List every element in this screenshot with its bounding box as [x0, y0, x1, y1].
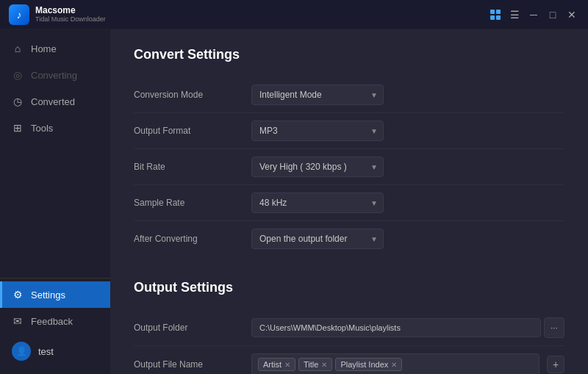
- bit-rate-control: Very High ( 320 kbps ) High ( 256 kbps )…: [251, 157, 564, 177]
- after-converting-select[interactable]: Open the output folder Do Nothing Shut D…: [251, 229, 384, 249]
- app-icon: ♪: [9, 4, 29, 25]
- after-converting-control: Open the output folder Do Nothing Shut D…: [251, 229, 564, 249]
- output-filename-label: Output File Name: [134, 359, 251, 370]
- tag-playlist-index: Playlist Index ✕: [335, 358, 402, 371]
- minimize-button[interactable]: ─: [526, 7, 541, 22]
- sidebar-item-feedback[interactable]: ✉ Feedback: [0, 308, 110, 334]
- grid-view-button[interactable]: [488, 7, 503, 22]
- add-tag-button[interactable]: +: [547, 356, 564, 373]
- bit-rate-label: Bit Rate: [134, 162, 251, 172]
- user-profile[interactable]: 👤 test: [0, 334, 110, 368]
- restore-button[interactable]: □: [545, 7, 560, 22]
- app-branding: ♪ Macsome Tidal Music Downloader: [9, 4, 106, 25]
- conversion-mode-control: Intelligent Mode Normal Mode ▼: [251, 84, 564, 105]
- user-avatar: 👤: [12, 342, 31, 361]
- output-folder-row: Output Folder ···: [134, 310, 564, 346]
- sidebar-item-settings[interactable]: ⚙ Settings: [0, 281, 110, 308]
- converting-icon: ◎: [12, 69, 24, 81]
- output-format-label: Output Format: [134, 126, 251, 136]
- folder-input-wrap: ···: [251, 317, 564, 338]
- sidebar-item-home[interactable]: ⌂ Home: [0, 35, 110, 62]
- sidebar-item-tools-label: Tools: [31, 123, 53, 134]
- sample-rate-row: Sample Rate 48 kHz 44.1 kHz 96 kHz ▼: [134, 185, 564, 221]
- sidebar-item-settings-label: Settings: [31, 290, 65, 301]
- output-folder-input[interactable]: [251, 318, 541, 337]
- app-title-block: Macsome Tidal Music Downloader: [35, 5, 106, 24]
- sidebar-item-tools[interactable]: ⊞ Tools: [0, 115, 110, 141]
- bit-rate-select[interactable]: Very High ( 320 kbps ) High ( 256 kbps )…: [251, 157, 384, 177]
- output-format-select[interactable]: MP3 AAC FLAC WAV: [251, 121, 384, 141]
- output-format-row: Output Format MP3 AAC FLAC WAV ▼: [134, 113, 564, 149]
- sidebar-item-converted-label: Converted: [31, 96, 75, 107]
- sidebar: ⌂ Home ◎ Converting ◷ Converted ⊞ Tools …: [0, 29, 110, 374]
- after-converting-row: After Converting Open the output folder …: [134, 221, 564, 256]
- output-folder-control: ···: [251, 317, 564, 338]
- remove-artist-tag[interactable]: ✕: [284, 361, 290, 369]
- grid-icon: [490, 10, 501, 20]
- app-subtitle: Tidal Music Downloader: [35, 15, 106, 24]
- browse-folder-button[interactable]: ···: [544, 317, 564, 338]
- after-converting-label: After Converting: [134, 234, 251, 244]
- sidebar-bottom: ⚙ Settings ✉ Feedback 👤 test: [0, 278, 110, 368]
- sidebar-item-converting: ◎ Converting: [0, 62, 110, 88]
- output-filename-row: Output File Name Artist ✕ Title ✕ Playli…: [134, 346, 564, 374]
- converted-icon: ◷: [12, 96, 24, 107]
- bit-rate-select-wrap: Very High ( 320 kbps ) High ( 256 kbps )…: [251, 157, 384, 177]
- window-controls: ☰ ─ □ ✕: [488, 7, 579, 22]
- main-content: Convert Settings Conversion Mode Intelli…: [110, 29, 588, 374]
- output-format-control: MP3 AAC FLAC WAV ▼: [251, 121, 564, 141]
- convert-settings-table: Conversion Mode Intelligent Mode Normal …: [134, 77, 564, 256]
- feedback-icon: ✉: [12, 315, 24, 327]
- after-converting-select-wrap: Open the output folder Do Nothing Shut D…: [251, 229, 384, 249]
- tag-input-wrap: Artist ✕ Title ✕ Playlist Index ✕: [251, 353, 539, 374]
- title-bar: ♪ Macsome Tidal Music Downloader ☰ ─ □ ✕: [0, 0, 588, 29]
- conversion-mode-label: Conversion Mode: [134, 90, 251, 100]
- output-format-select-wrap: MP3 AAC FLAC WAV ▼: [251, 121, 384, 141]
- settings-icon: ⚙: [12, 289, 24, 301]
- conversion-mode-row: Conversion Mode Intelligent Mode Normal …: [134, 77, 564, 113]
- close-button[interactable]: ✕: [564, 7, 579, 22]
- convert-settings-title: Convert Settings: [134, 47, 564, 62]
- sidebar-item-converted[interactable]: ◷ Converted: [0, 88, 110, 115]
- remove-playlist-index-tag[interactable]: ✕: [391, 361, 397, 369]
- tag-title: Title ✕: [298, 358, 332, 371]
- conversion-mode-select-wrap: Intelligent Mode Normal Mode ▼: [251, 84, 384, 105]
- sample-rate-select[interactable]: 48 kHz 44.1 kHz 96 kHz: [251, 193, 384, 213]
- sample-rate-label: Sample Rate: [134, 198, 251, 208]
- output-folder-label: Output Folder: [134, 323, 251, 333]
- sidebar-item-converting-label: Converting: [31, 70, 77, 81]
- sample-rate-control: 48 kHz 44.1 kHz 96 kHz ▼: [251, 193, 564, 213]
- user-name: test: [38, 346, 54, 357]
- remove-title-tag[interactable]: ✕: [321, 361, 327, 369]
- menu-button[interactable]: ☰: [507, 7, 522, 22]
- tools-icon: ⊞: [12, 122, 24, 134]
- sidebar-item-feedback-label: Feedback: [31, 316, 73, 327]
- output-filename-control: Artist ✕ Title ✕ Playlist Index ✕ +: [251, 353, 564, 374]
- main-layout: ⌂ Home ◎ Converting ◷ Converted ⊞ Tools …: [0, 29, 588, 374]
- tag-artist: Artist ✕: [258, 358, 295, 371]
- sidebar-item-home-label: Home: [31, 43, 57, 54]
- output-settings-table: Output Folder ··· Output File Name Artis…: [134, 310, 564, 374]
- bit-rate-row: Bit Rate Very High ( 320 kbps ) High ( 2…: [134, 149, 564, 185]
- conversion-mode-select[interactable]: Intelligent Mode Normal Mode: [251, 84, 384, 105]
- home-icon: ⌂: [12, 43, 24, 54]
- sidebar-spacer: [0, 141, 110, 278]
- app-name: Macsome: [35, 5, 106, 15]
- sample-rate-select-wrap: 48 kHz 44.1 kHz 96 kHz ▼: [251, 193, 384, 213]
- output-settings-title: Output Settings: [134, 280, 564, 295]
